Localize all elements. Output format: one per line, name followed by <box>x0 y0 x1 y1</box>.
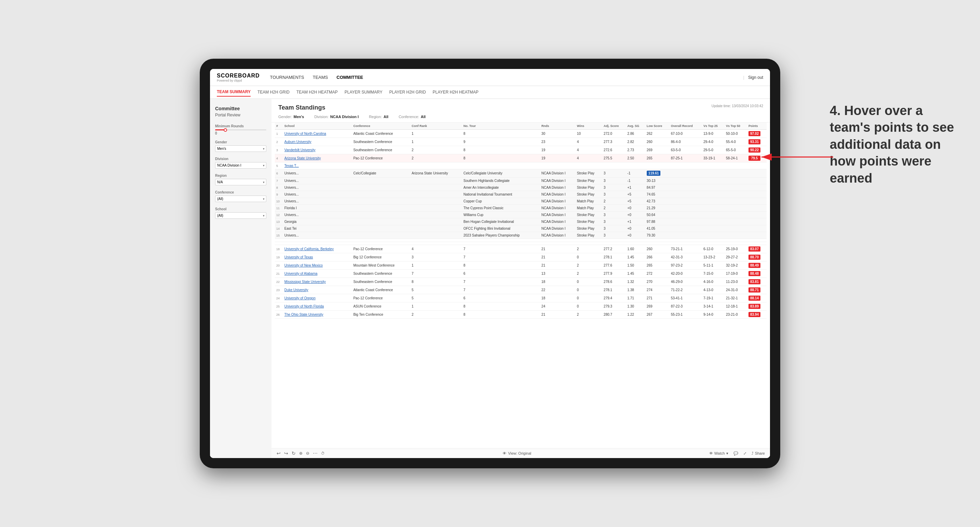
tooltip-rounds: 3 <box>602 178 626 184</box>
division-select[interactable]: NCAA Division I NCAA Division II NCAA Di… <box>215 162 266 168</box>
avg-sg-cell: 2.73 <box>626 146 645 154</box>
expand-btn[interactable]: ⤢ <box>743 451 746 456</box>
table-row: 7 Univers... Southern Highlands Collegia… <box>275 178 767 184</box>
nav-committee[interactable]: COMMITTEE <box>337 73 363 82</box>
sidebar: Committee Portal Review Minimum Rounds 0… <box>210 99 272 458</box>
gender-select[interactable]: Men's Women's <box>215 145 266 152</box>
col-vs25: Vs Top 25 <box>702 122 725 130</box>
table-row: 6 Univers... Celc/Collegiate Arizona Sta… <box>275 169 767 178</box>
low-score-cell: 269 <box>645 146 670 154</box>
col-rank: # <box>275 122 283 130</box>
sidebar-section-school: School (All) <box>215 207 266 219</box>
points-cell[interactable]: 93.31 <box>747 138 767 146</box>
sidebar-label-conference: Conference <box>215 190 266 194</box>
conf-cell <box>352 178 410 184</box>
comment-btn[interactable]: 💬 <box>733 451 738 456</box>
filter-conference-value: All <box>421 115 425 119</box>
col-adj-score: Adj. Score <box>602 122 626 130</box>
sidebar-subtitle: Portal Review <box>215 113 266 117</box>
tooltip-division: NCAA Division I <box>540 169 576 178</box>
adj-score-cell: 277.3 <box>602 138 626 146</box>
nav-teams[interactable]: TEAMS <box>313 73 328 82</box>
table-row: 2 Auburn University Southeastern Confere… <box>275 138 767 146</box>
table-row: 23 Duke University Atlantic Coast Confer… <box>275 286 767 294</box>
rank-cell: 2 <box>275 138 283 146</box>
filter-division-value: NCAA Division I <box>330 115 358 119</box>
zoom-in-icon[interactable]: ⊕ <box>299 451 302 456</box>
conf-rank-cell: 1 <box>410 138 462 146</box>
low-score-cell: 265 <box>645 154 670 162</box>
tablet-device: SCOREBOARD Powered by clippd TOURNAMENTS… <box>200 59 780 468</box>
redo-icon[interactable]: ↪ <box>284 451 288 456</box>
col-rnds: Rnds <box>540 122 576 130</box>
table-row: 11 Florida I The Cypress Point Classic N… <box>275 205 767 212</box>
filter-gender: Gender: Men's <box>278 115 304 119</box>
watch-btn[interactable]: 👁 Watch ▾ <box>709 451 728 456</box>
table-row: 20 University of New Mexico Mountain Wes… <box>275 262 767 270</box>
tooltip-type: Stroke Play <box>576 178 602 184</box>
sidebar-label-school: School <box>215 207 266 211</box>
school-select[interactable]: (All) <box>215 212 266 219</box>
conf-cell: Southeastern Conference <box>352 138 410 146</box>
points-cell[interactable]: 97.02 <box>747 130 767 138</box>
sign-out-link[interactable]: Sign out <box>748 75 763 80</box>
filter-gender-label: Gender: <box>278 115 292 119</box>
subnav-team-h2h-heatmap[interactable]: TEAM H2H HEATMAP <box>296 88 338 96</box>
vs25-cell: 33-19-1 <box>702 154 725 162</box>
sub-nav: TEAM SUMMARY TEAM H2H GRID TEAM H2H HEAT… <box>210 86 770 99</box>
standings-table-container: # School Conference Conf Rank No. Tour R… <box>272 122 770 448</box>
wins-cell: 4 <box>576 138 602 146</box>
filter-region-value: All <box>383 115 388 119</box>
rank-cell: 3 <box>275 146 283 154</box>
rnds-cell: 19 <box>540 146 576 154</box>
subnav-player-summary[interactable]: PLAYER SUMMARY <box>345 88 382 96</box>
vs50-cell: 65-5-0 <box>725 146 747 154</box>
annotation-container: 4. Hover over a team's points to see add… <box>830 102 959 187</box>
overall-cell: 86-4-0 <box>670 138 702 146</box>
col-overall: Overall Record <box>670 122 702 130</box>
settings-icon[interactable]: ⋯ <box>313 451 318 456</box>
table-row: 24 University of Oregon Pac-12 Conferenc… <box>275 294 767 302</box>
conf-cell <box>352 162 410 169</box>
region-select[interactable]: N/A East West Central <box>215 179 266 185</box>
vs25-cell: 13-9-0 <box>702 130 725 138</box>
sidebar-section-rounds: Minimum Rounds 0 <box>215 124 266 135</box>
tooltip-type: Stroke Play <box>576 169 602 178</box>
avg-sg-cell: 2.86 <box>626 130 645 138</box>
table-row: 25 University of North Florida ASUN Conf… <box>275 302 767 311</box>
subnav-team-summary[interactable]: TEAM SUMMARY <box>217 88 251 97</box>
table-row: 15 Univers... 2023 Sahalee Players Champ… <box>275 232 767 239</box>
nav-tournaments[interactable]: TOURNAMENTS <box>270 73 304 82</box>
tours-cell: 8 <box>462 146 540 154</box>
logo-area: SCOREBOARD Powered by clippd <box>217 73 260 82</box>
conference-select[interactable]: (All) <box>215 195 266 202</box>
conf-rank-cell: 2 <box>410 146 462 154</box>
share-btn[interactable]: ⤴ Share <box>752 451 765 455</box>
tours-cell: 9 <box>462 138 540 146</box>
col-points: Points <box>747 122 767 130</box>
tours-cell: 8 <box>462 154 540 162</box>
table-row: 9 Univers... National Invitational Tourn… <box>275 191 767 198</box>
table-row: 18 University of California, Berkeley Pa… <box>275 245 767 253</box>
col-conf-rank: Conf Rank <box>410 122 462 130</box>
rounds-slider[interactable] <box>215 129 266 130</box>
subnav-player-h2h-grid[interactable]: PLAYER H2H GRID <box>389 88 426 96</box>
watch-chevron: ▾ <box>726 451 728 456</box>
filter-division: Division: NCAA Division I <box>314 115 358 119</box>
overall-cell: 63-5-0 <box>670 146 702 154</box>
refresh-icon[interactable]: ↻ <box>292 451 296 456</box>
tooltip-team: Arizona State University <box>410 169 462 178</box>
clock-icon[interactable]: ⏱ <box>321 451 325 455</box>
table-row: 5 Texas T... <box>275 162 767 169</box>
undo-icon[interactable]: ↩ <box>277 451 281 456</box>
view-original-btn[interactable]: 👁 View: Original <box>503 451 531 455</box>
subnav-team-h2h-grid[interactable]: TEAM H2H GRID <box>258 88 290 96</box>
sidebar-label-rounds: Minimum Rounds <box>215 124 266 128</box>
overall-cell: 67-10-0 <box>670 130 702 138</box>
tooltip-event: Southern Highlands Collegiate <box>462 178 540 184</box>
table-row: 21 University of Alabama Southeastern Co… <box>275 270 767 278</box>
subnav-player-h2h-heatmap[interactable]: PLAYER H2H HEATMAP <box>433 88 478 96</box>
table-row: 26 The Ohio State University Big Ten Con… <box>275 311 767 319</box>
adj-score-cell: 275.5 <box>602 154 626 162</box>
zoom-out-icon[interactable]: ⊖ <box>306 451 309 456</box>
